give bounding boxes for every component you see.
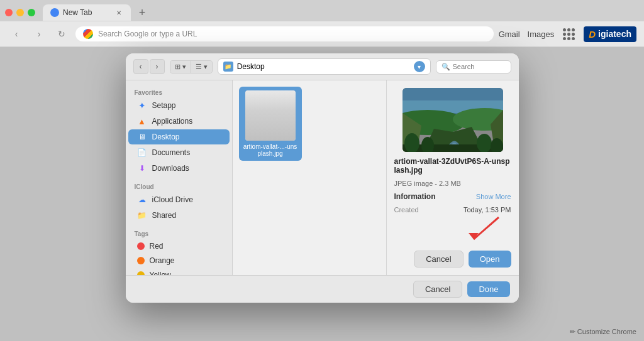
sidebar-item-documents[interactable]: 📄 Documents [128,145,230,160]
sidebar-item-tag-yellow[interactable]: Yellow [128,268,230,275]
sidebar-item-icloud-drive[interactable]: ☁ iCloud Drive [128,192,230,207]
sidebar-item-label: Applications [152,117,193,126]
arrow-annotation-svg [461,214,511,246]
search-input[interactable] [453,63,503,70]
page-background: ‹ › ⊞ ▾ ☰ ▾ 📁 Desktop ▾ 🔍 Favorites [0,47,644,341]
location-text: Desktop [237,62,410,71]
documents-icon: 📄 [137,148,147,158]
tag-label: Yellow [150,271,171,275]
sidebar-item-downloads[interactable]: ⬇ Downloads [128,161,230,176]
arrow-annotation-container [394,219,511,246]
maximize-button[interactable] [28,9,35,16]
downloads-icon: ⬇ [137,163,147,173]
digiatech-d: D [589,29,596,40]
digiatech-logo: D igiatech [584,26,636,42]
file-thumbnail [245,90,296,141]
tab-close-button[interactable]: ✕ [114,8,123,17]
preview-panel: artiom-vallat-3ZdUvtP6S-A-unsplash.jpg J… [387,80,519,275]
file-grid: artiom-vallat-...-unsplash.jpg [233,80,387,275]
sidebar-item-label: Downloads [152,164,189,173]
dialog-content: Favorites ✦ Setapp ▲ Applications 🖥 Desk… [126,80,519,275]
tag-red-dot [137,242,145,250]
browser-tab[interactable]: New Tab ✕ [43,4,131,21]
sidebar-item-desktop[interactable]: 🖥 Desktop [128,129,230,144]
icloud-drive-icon: ☁ [137,195,147,205]
dialog-toolbar: ‹ › ⊞ ▾ ☰ ▾ 📁 Desktop ▾ 🔍 [126,53,519,80]
minimize-button[interactable] [16,9,24,16]
sidebar-item-label: iCloud Drive [152,195,193,204]
search-box[interactable]: 🔍 [436,60,511,73]
location-folder-icon: 📁 [223,62,233,72]
sidebar: Favorites ✦ Setapp ▲ Applications 🖥 Desk… [126,80,233,275]
tag-label: Red [150,242,164,251]
preview-image [402,88,503,152]
preview-svg [402,88,503,152]
sidebar-item-label: Desktop [152,133,180,141]
file-size: 2.3 MB [439,180,461,187]
created-label: Created [394,206,419,214]
tab-favicon [50,8,59,17]
forward-button[interactable]: › [30,25,48,43]
customize-chrome-text: ✏ Customize Chrome [570,328,636,336]
preview-info-header: Information Show More [394,192,511,201]
file-name: artiom-vallat-...-unsplash.jpg [243,143,298,157]
bottom-bar: Cancel Done [126,275,519,303]
location-dropdown-button[interactable]: ▾ [414,61,425,72]
toolbar-nav: ‹ › [133,59,165,74]
search-icon: 🔍 [441,63,450,71]
images-link[interactable]: Images [528,30,555,39]
back-button[interactable]: ‹ [8,25,25,43]
close-button[interactable] [5,9,13,16]
google-icon [83,29,93,39]
tags-section-label: Tags [126,228,232,239]
sidebar-item-label: Setapp [152,101,176,110]
tab-label: New Tab [63,8,92,17]
digiatech-text: igiatech [598,29,631,39]
shared-icon: 📁 [137,210,147,220]
file-area: artiom-vallat-...-unsplash.jpg [233,80,519,275]
file-action-buttons: Cancel Open [394,251,511,268]
preview-created: Created Today, 1:53 PM [394,206,511,214]
svg-line-12 [474,217,499,239]
favorites-section-label: Favorites [126,87,232,97]
google-apps-icon[interactable] [562,27,576,41]
sidebar-item-applications[interactable]: ▲ Applications [128,114,230,129]
file-type: JPEG image [394,180,433,187]
thumbnail-image [245,90,296,141]
preview-meta: JPEG image - 2.3 MB [394,180,511,187]
sidebar-item-tag-red[interactable]: Red [128,239,230,253]
sidebar-item-label: Documents [152,148,191,157]
address-bar[interactable]: Search Google or type a URL [75,26,494,41]
file-item[interactable]: artiom-vallat-...-unsplash.jpg [239,87,302,161]
sidebar-item-tag-orange[interactable]: Orange [128,254,230,268]
icloud-section-label: iCloud [126,181,232,192]
show-more-button[interactable]: Show More [476,193,511,200]
browser-chrome: New Tab ✕ + ‹ › ↻ Search Google or type … [0,0,644,47]
applications-icon: ▲ [137,116,147,126]
done-button[interactable]: Done [467,281,509,297]
customize-chrome[interactable]: ✏ Customize Chrome [570,328,636,336]
grid-view-button[interactable]: ⊞ ▾ [170,61,191,73]
preview-filename: artiom-vallat-3ZdUvtP6S-A-unsplash.jpg [394,157,511,175]
view-toggle: ⊞ ▾ ☰ ▾ [170,60,213,73]
file-picker-dialog: ‹ › ⊞ ▾ ☰ ▾ 📁 Desktop ▾ 🔍 Favorites [126,53,519,303]
bottom-cancel-button[interactable]: Cancel [413,281,462,298]
new-tab-button[interactable]: + [133,4,151,21]
nav-bar: ‹ › ↻ Search Google or type a URL Gmail … [0,21,644,46]
preview-info-title: Information [394,192,436,201]
open-button[interactable]: Open [469,251,511,268]
desktop-icon: 🖥 [137,132,147,142]
cancel-button[interactable]: Cancel [414,251,463,268]
nav-back-button[interactable]: ‹ [133,59,148,74]
svg-point-10 [477,134,492,152]
created-value: Today, 1:53 PM [464,206,511,214]
sidebar-item-setapp[interactable]: ✦ Setapp [128,98,230,113]
nav-forward-button[interactable]: › [150,59,165,74]
sidebar-item-shared[interactable]: 📁 Shared [128,208,230,223]
tab-bar: New Tab ✕ + [0,0,644,21]
setapp-icon: ✦ [137,100,147,111]
list-view-button[interactable]: ☰ ▾ [191,61,212,73]
gmail-link[interactable]: Gmail [499,30,520,39]
location-bar[interactable]: 📁 Desktop ▾ [218,58,431,75]
reload-button[interactable]: ↻ [53,25,70,43]
